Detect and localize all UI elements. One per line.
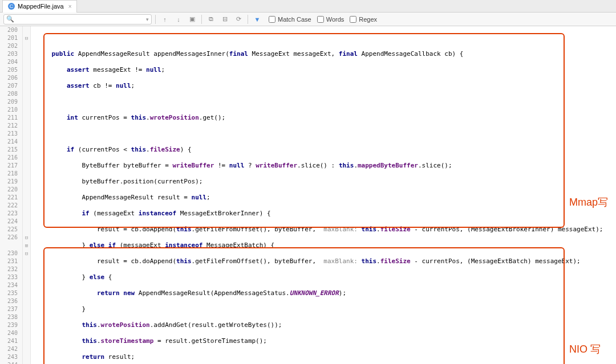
line-gutter: 2002012022032042052062072082092102112122…: [0, 26, 23, 364]
arrow-down-icon[interactable]: ↓: [173, 14, 184, 24]
code-line: byteBuffer.position(currentPos);: [37, 178, 616, 186]
find-bar: 🔍 ▾ ↑ ↓ ▣ ⧉ ⊟ ⟳ ▼ Match Case Words Regex: [0, 13, 616, 26]
code-line: return new AppendMessageResult(AppendMes…: [37, 289, 616, 297]
fold-gutter: ⊟⊟⊞⊟: [23, 26, 31, 364]
annotation-label-mmap: Mmap写: [569, 198, 608, 206]
code-line: ByteBuffer byteBuffer = writeBuffer != n…: [37, 162, 616, 170]
code-line: int currentPos = this.wrotePosition.get(…: [37, 114, 616, 122]
search-icon: 🔍: [6, 15, 14, 23]
tab-mappedfile[interactable]: C MappedFile.java ×: [2, 0, 77, 13]
code-line: } else if (messageExt instanceof Message…: [37, 242, 616, 250]
code-line: [37, 130, 616, 138]
code-line: public AppendMessageResult appendMessage…: [37, 50, 616, 58]
filter-icon[interactable]: ▼: [252, 14, 263, 24]
arrow-up-icon[interactable]: ↑: [159, 14, 171, 24]
close-icon[interactable]: ×: [68, 3, 72, 10]
code-line: }: [37, 305, 616, 313]
code-line: if (currentPos < this.fileSize) {: [37, 146, 616, 154]
search-box[interactable]: 🔍 ▾: [3, 14, 152, 24]
replace-icon[interactable]: ⟳: [233, 14, 244, 24]
tab-bar: C MappedFile.java ×: [0, 0, 616, 13]
words-checkbox[interactable]: Words: [317, 16, 345, 23]
regex-checkbox[interactable]: Regex: [350, 16, 377, 23]
annotation-label-nio: NIO 写: [569, 345, 601, 353]
svg-text:C: C: [10, 3, 14, 9]
code-line: result = cb.doAppend(this.getFileFromOff…: [37, 257, 616, 265]
code-line: [37, 98, 616, 106]
code-line: AppendMessageResult result = null;: [37, 194, 616, 202]
code-line: assert cb != null;: [37, 82, 616, 90]
code-line: } else {: [37, 273, 616, 281]
code-line: [37, 34, 616, 42]
select-all-icon[interactable]: ▣: [187, 14, 198, 24]
dropdown-icon[interactable]: ▾: [146, 17, 149, 22]
remove-icon[interactable]: ⊟: [219, 14, 230, 24]
match-case-checkbox[interactable]: Match Case: [269, 16, 311, 23]
editor[interactable]: 2002012022032042052062072082092102112122…: [0, 26, 616, 364]
java-class-icon: C: [7, 2, 15, 10]
code-area[interactable]: public AppendMessageResult appendMessage…: [31, 26, 616, 364]
code-line: this.wrotePosition.addAndGet(result.getW…: [37, 321, 616, 329]
tab-filename: MappedFile.java: [18, 3, 64, 10]
code-line: assert messageExt != null;: [37, 66, 616, 74]
code-line: result = cb.doAppend(this.getFileFromOff…: [37, 226, 616, 234]
add-selection-icon[interactable]: ⧉: [205, 14, 217, 24]
code-line: this.storeTimestamp = result.getStoreTim…: [37, 337, 616, 345]
code-line: return result;: [37, 353, 616, 361]
code-line: if (messageExt instanceof MessageExtBrok…: [37, 210, 616, 218]
search-input[interactable]: [14, 16, 146, 23]
